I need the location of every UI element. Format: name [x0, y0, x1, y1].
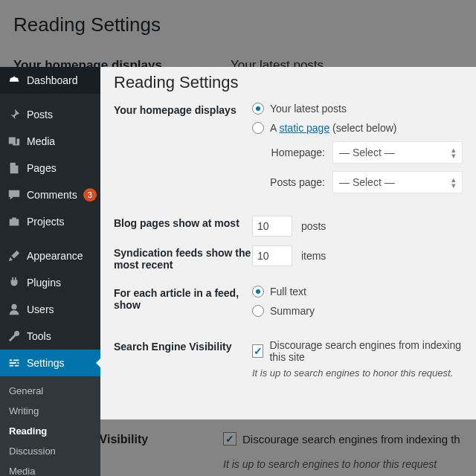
radio-label: Your latest posts	[270, 103, 347, 115]
reading-settings-panel: Reading Settings Your homepage displays …	[100, 67, 476, 419]
visibility-checkbox-label: Discourage search engines from indexing …	[269, 339, 463, 363]
radio-latest-posts[interactable]	[252, 103, 264, 115]
sidebar-item-label: Media	[27, 135, 55, 147]
chevron-updown-icon: ▴▾	[451, 147, 456, 158]
sidebar-item-users[interactable]: Users	[0, 296, 100, 323]
sidebar-item-label: Projects	[27, 216, 65, 228]
submenu-general[interactable]: General	[0, 381, 100, 401]
sliders-icon	[7, 356, 21, 370]
feed-option-summary[interactable]: Summary	[252, 305, 463, 317]
syndication-label: Syndication feeds show the most recent	[114, 245, 252, 271]
homepage-displays-label: Your homepage displays	[114, 103, 252, 116]
sidebar-item-projects[interactable]: Projects	[0, 208, 100, 235]
chevron-updown-icon: ▴▾	[451, 176, 456, 188]
blog-pages-row: Blog pages show at most 10 posts	[114, 216, 463, 237]
portfolio-icon	[7, 215, 21, 228]
sidebar-item-label: Dashboard	[27, 74, 78, 86]
visibility-note: It is up to search engines to honor this…	[252, 367, 463, 379]
comment-icon	[7, 188, 21, 202]
dashboard-icon	[7, 74, 21, 87]
static-page-link[interactable]: static page	[279, 122, 329, 134]
sidebar-item-dashboard[interactable]: Dashboard	[0, 67, 100, 94]
feed-article-label: For each article in a feed, show	[114, 286, 252, 311]
homepage-select[interactable]: — Select — ▴▾	[332, 141, 463, 164]
page-icon	[7, 161, 21, 175]
sidebar-item-label: Settings	[27, 357, 65, 369]
homepage-displays-row: Your homepage displays Your latest posts…	[114, 103, 463, 201]
homepage-select-row: Homepage: — Select — ▴▾	[263, 141, 463, 164]
sidebar-item-label: Tools	[27, 330, 51, 342]
select-value: — Select —	[339, 176, 395, 188]
radio-summary[interactable]	[252, 305, 264, 317]
submenu-media[interactable]: Media	[0, 461, 100, 476]
pin-icon	[7, 108, 21, 121]
brush-icon	[7, 249, 21, 263]
sidebar-item-label: Users	[27, 303, 54, 315]
syndication-suffix: items	[301, 250, 326, 262]
sidebar-item-posts[interactable]: Posts	[0, 101, 100, 128]
syndication-input[interactable]: 10	[252, 245, 292, 266]
blog-pages-suffix: posts	[301, 220, 326, 232]
submenu-reading[interactable]: Reading	[0, 421, 100, 441]
sidebar-item-appearance[interactable]: Appearance	[0, 242, 100, 269]
radio-label: Full text	[270, 286, 306, 298]
comments-count-badge: 3	[83, 188, 97, 202]
blog-pages-label: Blog pages show at most	[114, 216, 252, 229]
user-icon	[7, 303, 21, 316]
settings-submenu: General Writing Reading Discussion Media…	[0, 376, 100, 476]
sidebar-item-media[interactable]: Media	[0, 128, 100, 155]
postspage-select-label: Posts page:	[263, 176, 325, 188]
homepage-option-latest[interactable]: Your latest posts	[252, 103, 463, 115]
postspage-select-row: Posts page: — Select — ▴▾	[263, 171, 463, 193]
visibility-label: Search Engine Visibility	[114, 339, 252, 353]
sidebar-item-settings[interactable]: Settings	[0, 350, 100, 376]
sidebar-item-label: Plugins	[27, 277, 61, 289]
sidebar-item-comments[interactable]: Comments 3	[0, 181, 100, 208]
visibility-row: Search Engine Visibility Discourage sear…	[114, 339, 463, 379]
plug-icon	[7, 276, 21, 289]
sidebar-item-plugins[interactable]: Plugins	[0, 269, 100, 296]
radio-static-page[interactable]	[252, 122, 264, 134]
panel-title: Reading Settings	[114, 73, 463, 92]
submenu-writing[interactable]: Writing	[0, 401, 100, 421]
submenu-discussion[interactable]: Discussion	[0, 441, 100, 461]
feed-option-full[interactable]: Full text	[252, 286, 463, 298]
select-value: — Select —	[339, 147, 395, 158]
feed-article-row: For each article in a feed, show Full te…	[114, 286, 463, 324]
radio-label: Summary	[270, 305, 315, 317]
wrench-icon	[7, 329, 21, 343]
homepage-option-static[interactable]: A static page (select below)	[252, 122, 463, 134]
postspage-select[interactable]: — Select — ▴▾	[332, 171, 463, 193]
blog-pages-input[interactable]: 10	[252, 216, 292, 237]
sidebar-item-tools[interactable]: Tools	[0, 323, 100, 350]
sidebar-item-label: Comments	[27, 189, 77, 201]
syndication-row: Syndication feeds show the most recent 1…	[114, 245, 463, 271]
sidebar-item-label: Posts	[27, 109, 53, 120]
radio-label: A static page (select below)	[270, 122, 396, 134]
sidebar-item-pages[interactable]: Pages	[0, 155, 100, 181]
visibility-checkbox-row[interactable]: Discourage search engines from indexing …	[252, 339, 463, 363]
admin-sidebar: Dashboard Posts Media Pages Comments 3 P…	[0, 67, 100, 476]
visibility-checkbox[interactable]	[252, 344, 263, 358]
media-icon	[7, 135, 21, 148]
sidebar-item-label: Pages	[27, 162, 57, 174]
radio-full-text[interactable]	[252, 286, 264, 298]
sidebar-item-label: Appearance	[27, 250, 83, 262]
homepage-select-label: Homepage:	[263, 147, 325, 158]
